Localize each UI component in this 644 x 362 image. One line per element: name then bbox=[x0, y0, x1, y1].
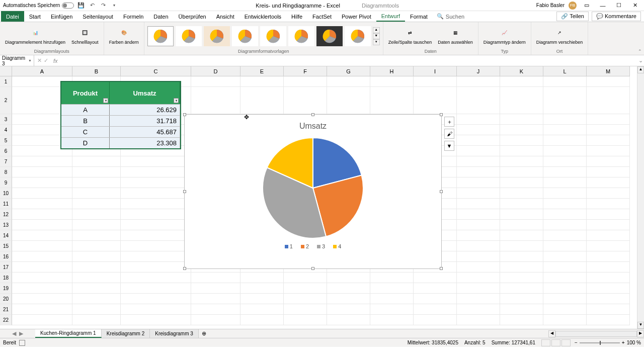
tab-entwicklertools[interactable]: Entwicklertools bbox=[239, 11, 286, 22]
cell[interactable] bbox=[240, 76, 284, 87]
chart-filters-button[interactable]: ▼ bbox=[444, 141, 454, 151]
cell[interactable] bbox=[191, 304, 240, 315]
cell[interactable] bbox=[543, 294, 587, 304]
chart-style-option[interactable] bbox=[345, 26, 371, 46]
column-header[interactable]: J bbox=[457, 66, 500, 76]
column-header[interactable]: G bbox=[327, 66, 370, 76]
cell[interactable] bbox=[543, 209, 587, 220]
chart-style-option[interactable] bbox=[316, 26, 343, 46]
cell[interactable] bbox=[121, 304, 191, 315]
cell[interactable] bbox=[72, 188, 121, 199]
select-data-button[interactable]: ▦Daten auswählen bbox=[436, 26, 475, 46]
cell[interactable] bbox=[12, 262, 72, 273]
ribbon-display-icon[interactable]: ▭ bbox=[581, 2, 593, 9]
vertical-scrollbar[interactable]: ▲ ▼ bbox=[637, 66, 644, 329]
cell[interactable] bbox=[543, 199, 587, 209]
cell[interactable] bbox=[72, 273, 121, 283]
scroll-left-icon[interactable]: ◀ bbox=[548, 330, 555, 337]
avatar[interactable]: FB bbox=[569, 2, 577, 10]
cell[interactable] bbox=[500, 294, 543, 304]
accept-formula-icon[interactable]: ✓ bbox=[44, 57, 48, 64]
cell[interactable] bbox=[543, 273, 587, 283]
cell[interactable] bbox=[370, 304, 414, 315]
save-icon[interactable]: 💾 bbox=[77, 2, 85, 10]
cell[interactable] bbox=[12, 273, 72, 283]
cell[interactable] bbox=[587, 230, 630, 241]
cell[interactable] bbox=[121, 177, 191, 188]
cell[interactable] bbox=[191, 315, 240, 325]
cell[interactable] bbox=[72, 315, 121, 325]
resize-handle[interactable] bbox=[440, 190, 443, 193]
cell[interactable] bbox=[500, 199, 543, 209]
table-row[interactable]: C45.687 bbox=[61, 126, 180, 137]
move-chart-button[interactable]: ↗Diagramm verschieben bbox=[534, 26, 585, 46]
cell[interactable] bbox=[587, 294, 630, 304]
cell[interactable] bbox=[457, 177, 500, 188]
gallery-scroll-icon[interactable]: ▼ bbox=[373, 33, 380, 39]
cell[interactable] bbox=[414, 304, 457, 315]
row-header[interactable]: 14 bbox=[0, 230, 12, 241]
cell[interactable] bbox=[121, 251, 191, 262]
row-header[interactable]: 7 bbox=[0, 156, 12, 167]
row-header[interactable]: 18 bbox=[0, 273, 12, 283]
sheet-tab[interactable]: Kuchen-Ringdiagramm 1 bbox=[35, 329, 102, 338]
row-header[interactable]: 19 bbox=[0, 283, 12, 294]
chart-styles-button[interactable]: 🖌 bbox=[444, 129, 454, 139]
add-sheet-button[interactable]: ⊕ bbox=[199, 329, 210, 338]
cell[interactable] bbox=[457, 241, 500, 251]
legend-item[interactable]: 3 bbox=[317, 243, 325, 249]
cell[interactable] bbox=[457, 114, 500, 125]
cell[interactable] bbox=[121, 262, 191, 273]
zoom-level[interactable]: 100 % bbox=[627, 340, 641, 345]
cell[interactable] bbox=[457, 135, 500, 146]
tab-entwurf[interactable]: Entwurf bbox=[376, 11, 405, 22]
gallery-scroll-icon[interactable]: ▲ bbox=[373, 27, 380, 33]
view-normal-icon[interactable] bbox=[541, 339, 550, 346]
cell[interactable] bbox=[587, 76, 630, 87]
cell[interactable] bbox=[500, 230, 543, 241]
filter-icon[interactable]: ▾ bbox=[174, 98, 179, 103]
cell[interactable] bbox=[370, 87, 414, 114]
cell[interactable] bbox=[457, 294, 500, 304]
row-header[interactable]: 15 bbox=[0, 241, 12, 251]
cell[interactable] bbox=[121, 283, 191, 294]
cell[interactable] bbox=[543, 241, 587, 251]
cell[interactable] bbox=[500, 209, 543, 220]
cell[interactable] bbox=[543, 283, 587, 294]
macro-record-icon[interactable] bbox=[19, 340, 25, 346]
table-row[interactable]: D23.308 bbox=[61, 137, 180, 148]
cell[interactable] bbox=[587, 114, 630, 125]
zoom-slider[interactable] bbox=[580, 342, 620, 343]
scroll-up-icon[interactable]: ▲ bbox=[637, 66, 644, 73]
cell[interactable] bbox=[72, 167, 121, 177]
cell[interactable] bbox=[457, 283, 500, 294]
row-header[interactable]: 3 bbox=[0, 114, 12, 125]
cell[interactable] bbox=[587, 273, 630, 283]
cell[interactable] bbox=[12, 304, 72, 315]
cell[interactable] bbox=[500, 146, 543, 156]
cell[interactable] bbox=[587, 304, 630, 315]
cell[interactable] bbox=[587, 209, 630, 220]
cell[interactable] bbox=[500, 251, 543, 262]
cell[interactable] bbox=[121, 209, 191, 220]
row-header[interactable]: 4 bbox=[0, 125, 12, 135]
comments-button[interactable]: 💬 Kommentare bbox=[592, 12, 641, 21]
cell[interactable] bbox=[12, 199, 72, 209]
chart-style-option[interactable] bbox=[204, 26, 230, 46]
tab-seitenlayout[interactable]: Seitenlayout bbox=[77, 11, 118, 22]
cell[interactable] bbox=[587, 283, 630, 294]
cell[interactable] bbox=[284, 283, 327, 294]
tab-formeln[interactable]: Formeln bbox=[118, 11, 148, 22]
cell[interactable] bbox=[72, 156, 121, 167]
cell[interactable] bbox=[72, 251, 121, 262]
tab-ansicht[interactable]: Ansicht bbox=[211, 11, 239, 22]
row-headers[interactable]: 12345678910111213141516171819202122 bbox=[0, 76, 12, 325]
cell[interactable] bbox=[587, 188, 630, 199]
column-header[interactable]: C bbox=[121, 66, 191, 76]
tab-start[interactable]: Start bbox=[24, 11, 46, 22]
row-header[interactable]: 21 bbox=[0, 304, 12, 315]
undo-icon[interactable]: ↶ bbox=[88, 2, 96, 10]
cell[interactable] bbox=[12, 177, 72, 188]
cell[interactable] bbox=[457, 251, 500, 262]
column-header[interactable]: K bbox=[500, 66, 543, 76]
